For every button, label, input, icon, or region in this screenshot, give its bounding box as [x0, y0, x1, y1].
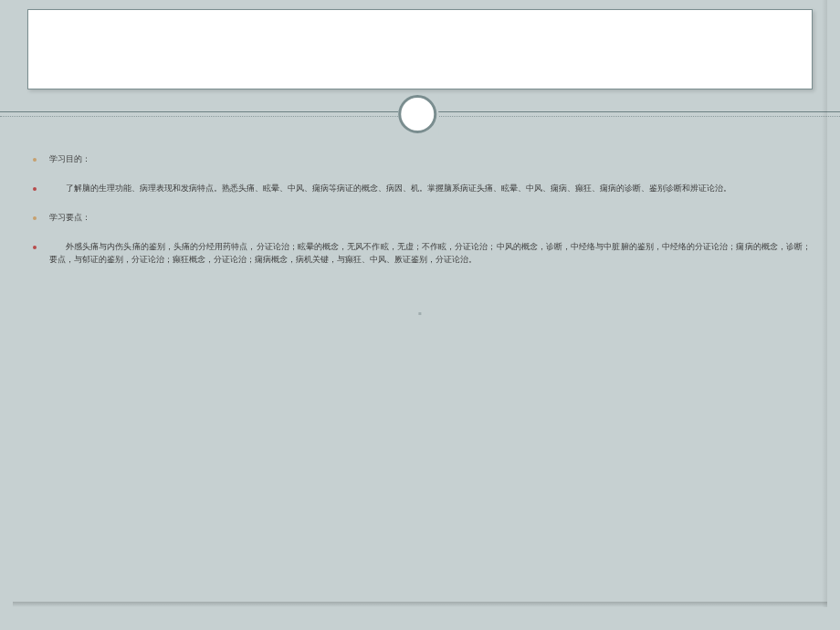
list-item: 了解脑的生理功能、病理表现和发病特点。熟悉头痛、眩晕、中风、痫病等病证的概念、病… — [33, 183, 811, 195]
circle-icon — [398, 95, 436, 133]
list-item: 外感头痛与内伤头痛的鉴别，头痛的分经用药特点，分证论治；眩晕的概念，无风不作眩，… — [33, 241, 811, 267]
paragraph-text: 外感头痛与内伤头痛的鉴别，头痛的分经用药特点，分证论治；眩晕的概念，无风不作眩，… — [49, 241, 811, 267]
bullet-icon — [33, 246, 37, 249]
paragraph-text: 了解脑的生理功能、病理表现和发病特点。熟悉头痛、眩晕、中风、痫病等病证的概念、病… — [49, 183, 811, 195]
footer-marker — [418, 312, 421, 315]
bullet-icon — [33, 187, 37, 191]
bullet-icon — [33, 158, 37, 162]
shadow-decoration — [822, 0, 827, 607]
shadow-decoration — [13, 602, 827, 607]
list-item: 学习目的： — [33, 153, 811, 166]
divider-ornament — [398, 95, 438, 135]
content-area: 学习目的： 了解脑的生理功能、病理表现和发病特点。熟悉头痛、眩晕、中风、痫病等病… — [33, 153, 811, 283]
list-item: 学习要点： — [33, 212, 811, 225]
heading-text: 学习目的： — [49, 153, 811, 166]
title-placeholder — [27, 9, 813, 89]
bullet-icon — [33, 216, 37, 220]
heading-text: 学习要点： — [49, 212, 811, 225]
